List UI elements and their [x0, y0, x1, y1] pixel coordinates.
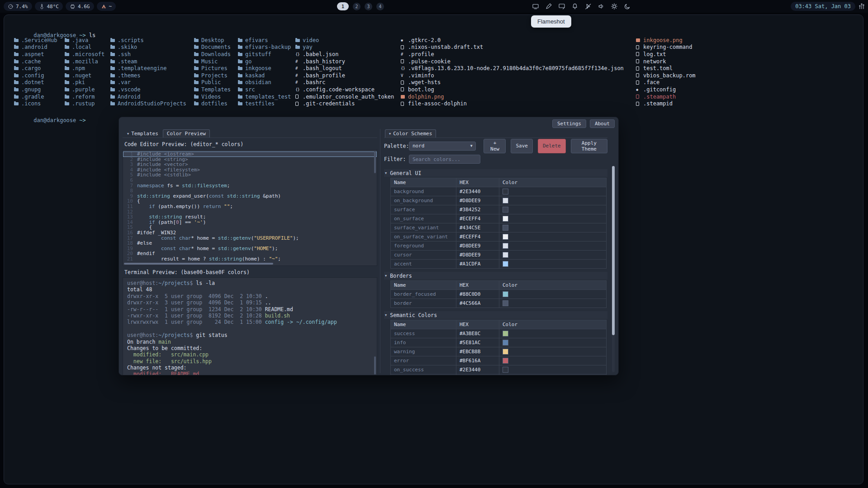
color-row[interactable]: background#2E3440	[391, 187, 607, 196]
color-swatch[interactable]	[503, 367, 508, 373]
workspace-1[interactable]: 1	[337, 2, 349, 10]
file-entry: .pki	[65, 79, 110, 86]
clock[interactable]: 03:43 Sat, Jan 03	[791, 2, 855, 11]
file-entry: .templateengine	[110, 65, 194, 72]
folder-icon	[65, 66, 72, 70]
file-name: Projects	[201, 72, 228, 79]
tab-templates[interactable]: ▼Templates	[123, 130, 162, 137]
color-swatch[interactable]	[503, 252, 508, 258]
palette-dropdown[interactable]: nord ▼	[409, 142, 476, 151]
about-button[interactable]: About	[590, 119, 615, 128]
color-swatch[interactable]	[503, 349, 508, 355]
file-name: .rustup	[72, 100, 95, 107]
bell-icon[interactable]	[571, 3, 579, 10]
color-swatch[interactable]	[503, 243, 508, 249]
file-name: .local	[72, 44, 91, 50]
workspace-3[interactable]: 3	[365, 3, 372, 10]
status-pill: 7.4%	[4, 2, 32, 11]
night-light-icon[interactable]	[624, 3, 631, 10]
file-entry: boot.log	[401, 86, 636, 93]
color-row[interactable]: accent#A1CDFA	[391, 260, 607, 269]
color-row[interactable]: surface_variant#434C5E	[391, 223, 607, 232]
folder-icon	[65, 45, 72, 49]
color-swatch[interactable]	[503, 291, 508, 297]
color-row[interactable]: on_info#2E3440	[391, 374, 607, 376]
color-swatch[interactable]	[503, 189, 508, 194]
tab-color-preview[interactable]: Color Preview	[163, 129, 210, 137]
pointer-slash-icon[interactable]	[584, 3, 592, 10]
file-entry: vbios_backup.rom	[636, 72, 696, 79]
status-value: ~	[109, 4, 112, 9]
file-entry: .microsoft	[65, 51, 110, 58]
workspace-4[interactable]: 4	[376, 3, 384, 10]
file-name: .babel.json	[303, 51, 338, 57]
file-entry: .java	[65, 37, 110, 44]
tablet-icon[interactable]	[558, 3, 565, 10]
app-icon	[101, 4, 107, 9]
color-row[interactable]: on_success#2E3440	[391, 365, 607, 374]
file-name: .android	[21, 44, 47, 50]
color-swatch[interactable]	[503, 216, 508, 222]
color-row[interactable]: success#A3BE8C	[391, 329, 607, 338]
color-swatch[interactable]	[503, 300, 508, 306]
file-entry: test.toml	[636, 65, 696, 72]
save-button[interactable]: Save	[511, 139, 533, 153]
color-swatch[interactable]	[503, 234, 508, 240]
color-swatch[interactable]	[503, 261, 508, 267]
scrollbar-thumb[interactable]	[612, 166, 615, 335]
folder-icon	[194, 60, 201, 63]
code-vertical-scrollbar[interactable]	[374, 152, 376, 173]
code-horizontal-scrollbar[interactable]	[124, 263, 273, 265]
section-header[interactable]: ▼Semantic Colors	[384, 311, 607, 319]
applytheme-button[interactable]: Apply Theme	[571, 139, 607, 153]
pen-icon[interactable]	[545, 3, 552, 10]
color-swatch[interactable]	[503, 207, 508, 213]
folder-icon	[238, 52, 245, 56]
workspace-2[interactable]: 2	[353, 3, 360, 10]
volume-icon[interactable]	[598, 3, 605, 10]
color-row[interactable]: border_focused#88C0D0	[391, 290, 607, 299]
color-row[interactable]: warning#EBCB8B	[391, 347, 607, 356]
terminal-scrollbar[interactable]	[374, 356, 376, 374]
pane-scrollbar[interactable]	[612, 166, 615, 372]
file-name: keyring-command	[643, 44, 692, 50]
file-name: .bashrc	[303, 79, 326, 85]
status-value: 7.4%	[16, 4, 28, 9]
folder-icon	[194, 52, 201, 56]
color-search-input[interactable]	[409, 155, 480, 164]
settings-button[interactable]: Settings	[552, 119, 586, 128]
file-entry: #.bash_profile	[295, 72, 401, 79]
color-swatch[interactable]	[503, 340, 508, 346]
color-table: NameHEXColorsuccess#A3BE8Cinfo#5E81ACwar…	[390, 320, 607, 375]
color-row[interactable]: foreground#D8DEE9	[391, 242, 607, 251]
file-name: .bash_history	[303, 58, 345, 65]
color-swatch[interactable]	[503, 225, 508, 231]
file-icon	[401, 59, 408, 63]
color-row[interactable]: surface#3B4252	[391, 205, 607, 214]
color-swatch[interactable]	[503, 358, 508, 364]
color-row[interactable]: border#4C566A	[391, 299, 607, 308]
levels-icon[interactable]	[858, 3, 865, 10]
folder-icon	[110, 38, 118, 42]
json-icon: {}	[401, 66, 408, 71]
folder-icon	[14, 52, 21, 56]
color-row[interactable]: error#BF616A	[391, 356, 607, 365]
file-name: .scripts	[118, 37, 144, 43]
brightness-icon[interactable]	[611, 3, 618, 10]
color-swatch[interactable]	[503, 198, 508, 204]
color-swatch[interactable]	[503, 331, 508, 336]
folder-icon	[65, 38, 72, 42]
color-name: foreground	[391, 242, 456, 251]
screencast-icon[interactable]	[532, 3, 539, 10]
section-header[interactable]: ▼General UI	[384, 169, 607, 177]
color-row[interactable]: cursor#D8DEE9	[391, 251, 607, 260]
color-row[interactable]: on_surface#ECEFF4	[391, 214, 607, 223]
new-button[interactable]: + New	[484, 139, 506, 153]
section-header[interactable]: ▼Borders	[384, 272, 607, 280]
file-icon	[636, 102, 643, 106]
delete-button[interactable]: Delete	[538, 139, 566, 153]
color-row[interactable]: on_surface_variant#ECEFF4	[391, 232, 607, 242]
color-row[interactable]: on_background#D8DEE9	[391, 196, 607, 205]
color-row[interactable]: info#5E81AC	[391, 338, 607, 347]
tab-color-schemes[interactable]: ▼ Color Schemes	[385, 129, 436, 137]
